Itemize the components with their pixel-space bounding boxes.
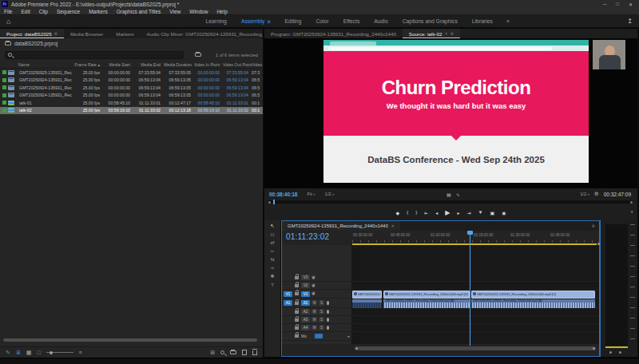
table-row[interactable]: GMT20250924-135931_Rec25.00 fps00:00:00:… — [0, 84, 263, 92]
solo-button[interactable]: S — [319, 309, 324, 315]
selection-tool[interactable]: ↖ — [270, 224, 274, 228]
menu-sequence[interactable]: Sequence — [57, 9, 80, 14]
solo-button[interactable]: S — [319, 300, 324, 306]
workspace-tab-libraries[interactable]: Libraries — [465, 18, 500, 24]
maximize-button[interactable]: □ — [616, 2, 619, 7]
minimize-button[interactable]: ─ — [603, 2, 606, 7]
toggle-track-output-icon[interactable]: ◉ — [312, 275, 316, 280]
track-target-a3[interactable]: A3 — [301, 317, 310, 322]
workspace-tab-learning[interactable]: Learning — [198, 18, 233, 24]
solo-button[interactable]: S — [319, 325, 324, 330]
mute-button[interactable]: M — [312, 300, 317, 306]
workspace-tab-editing[interactable]: Editing — [278, 18, 309, 24]
ripple-edit-tool[interactable]: ⇄ — [270, 240, 274, 245]
track-lock-icon[interactable] — [295, 311, 299, 314]
menu-file[interactable]: File — [4, 9, 12, 14]
source-patch-a3[interactable] — [284, 317, 292, 322]
monitor-tab-0[interactable]: Program: GMT20250924-135931_Recording_24… — [264, 29, 403, 38]
hand-tool[interactable]: ✱ — [270, 274, 274, 279]
delete-icon[interactable] — [252, 350, 257, 355]
track-lane-v3[interactable] — [352, 274, 599, 282]
track-lane-a3[interactable] — [352, 316, 599, 324]
filter-bin-icon[interactable] — [195, 53, 201, 57]
column-header-media-end[interactable]: Media End — [133, 62, 164, 67]
track-target-v2[interactable]: V2 — [301, 283, 310, 288]
track-lane-a4[interactable] — [352, 324, 599, 332]
track-select-forward-tool[interactable]: ⊡ — [270, 232, 274, 237]
workspace-tab-color[interactable]: Color — [308, 18, 335, 24]
mark-out-icon[interactable]: } — [415, 210, 417, 215]
source-patch-a2[interactable] — [284, 309, 292, 315]
find-icon[interactable] — [220, 350, 224, 354]
table-row[interactable]: GMT20250925-135931_Rec25.00 fps00:00:00:… — [0, 69, 263, 77]
icon-view-icon[interactable]: ▦ — [26, 350, 32, 355]
column-header-media-duration[interactable]: Media Duration — [164, 62, 194, 67]
scrub-left-handle[interactable] — [268, 201, 271, 204]
column-header-name[interactable]: Name — [18, 62, 74, 67]
automate-sequence-icon[interactable]: ⊞ — [210, 350, 215, 355]
monitor-tab-1[interactable]: Source: talk-02✕≣ — [403, 29, 460, 38]
workspace-overflow-icon[interactable]: » — [500, 18, 516, 24]
video-clip[interactable]: fxGMT20250924-135931_Recording_2440x1440… — [471, 291, 595, 299]
workspace-tab-effects[interactable]: Effects — [336, 18, 367, 24]
workspace-tab-captions-and-graphics[interactable]: Captions and Graphics — [395, 18, 465, 24]
workspace-tab-audio[interactable]: Audio — [367, 18, 395, 24]
menu-markers[interactable]: Markers — [89, 9, 107, 14]
mark-in-icon[interactable]: { — [407, 210, 408, 215]
panel-tab-0[interactable]: Project: dataBS2025≣ — [0, 29, 64, 38]
close-button[interactable]: ✕ — [629, 2, 633, 7]
timeline-zoom-right-handle[interactable] — [593, 347, 595, 350]
pen-tool[interactable]: ✑ — [270, 266, 274, 271]
track-header-v1[interactable]: V1V1◉ — [282, 290, 352, 299]
panel-tab-2[interactable]: Markers — [109, 29, 140, 38]
track-content[interactable]: fxGMT20250924-1fxGMT20250924-135931_Reco… — [352, 245, 599, 344]
button-editor-icon[interactable]: + — [630, 209, 633, 215]
table-row[interactable]: GMT20250924-135931_Rec25.00 fps00:00:00:… — [0, 77, 263, 85]
track-header-a3[interactable]: A3MS — [282, 316, 352, 324]
track-header-v3[interactable]: V3◉ — [282, 274, 352, 282]
track-lock-icon[interactable] — [295, 292, 299, 295]
overwrite-icon[interactable]: ▣ — [490, 210, 494, 216]
source-playhead[interactable] — [273, 200, 275, 204]
toggle-track-output-icon[interactable]: ◉ — [312, 283, 316, 288]
column-header-frame-rate[interactable]: Frame Rate ▴ — [74, 62, 103, 67]
menu-edit[interactable]: Edit — [21, 9, 30, 14]
list-view-icon[interactable]: ≣ — [16, 350, 21, 355]
search-box[interactable] — [5, 51, 184, 59]
audio-clip[interactable] — [352, 299, 382, 308]
menu-window[interactable]: Window — [189, 9, 208, 14]
type-tool[interactable]: T — [271, 283, 274, 287]
bin-breadcrumb[interactable]: dataBS2025.prproj — [0, 38, 263, 49]
track-lock-icon[interactable] — [295, 318, 299, 322]
home-icon[interactable]: ⌂ — [0, 18, 18, 26]
voiceover-record-icon[interactable] — [327, 301, 329, 305]
time-ruler[interactable]: 00:30:00:0000:45:00:0001:00:00:0001:15:0… — [352, 231, 599, 243]
source-patch-a1[interactable]: A1 — [284, 300, 292, 306]
video-clip[interactable]: fxGMT20250924-1 — [352, 291, 382, 299]
monitor-settings-icon[interactable]: ⚙ — [594, 191, 599, 197]
scrub-right-handle[interactable] — [630, 201, 633, 204]
drag-video-only-icon[interactable]: ▤ — [447, 192, 451, 197]
step-back-icon[interactable]: ◂ — [435, 210, 438, 216]
razor-tool[interactable]: ✂ — [270, 249, 274, 254]
go-to-in-icon[interactable]: ⇤ — [424, 210, 428, 216]
track-header-mix[interactable]: Mix◄ — [282, 332, 352, 341]
track-lane-v2[interactable] — [352, 282, 599, 290]
track-header-a2[interactable]: A2MS — [282, 308, 352, 316]
timeline-zoom-left-handle[interactable] — [355, 347, 358, 350]
playback-resolution-select-left[interactable]: 1/2 ▾ — [325, 192, 335, 196]
track-header-a4[interactable]: A4MS — [282, 324, 352, 332]
voiceover-record-icon[interactable] — [327, 318, 329, 322]
audio-clip[interactable]: GMT20250924-135931_Recording_2440x1440.m… — [471, 299, 595, 308]
zoom-slider[interactable] — [46, 352, 73, 353]
step-forward-icon[interactable]: ▸ — [457, 210, 459, 216]
panel-menu-icon[interactable]: ≣ — [54, 31, 58, 36]
timeline-horizontal-scrollbar[interactable] — [355, 346, 596, 350]
drag-audio-only-icon[interactable]: ∿ — [456, 192, 460, 197]
timeline-timecode[interactable]: 01:11:23:02 — [286, 232, 329, 241]
menu-clip[interactable]: Clip — [39, 9, 48, 14]
sequence-tab[interactable]: GMT20250924-135931_Recording_2440x1440 ✕ — [282, 221, 400, 231]
sequence-tab-close-icon[interactable]: ✕ — [391, 224, 395, 228]
track-lock-icon[interactable] — [295, 326, 299, 330]
edit-pencil-icon[interactable]: ✎ — [6, 350, 10, 355]
